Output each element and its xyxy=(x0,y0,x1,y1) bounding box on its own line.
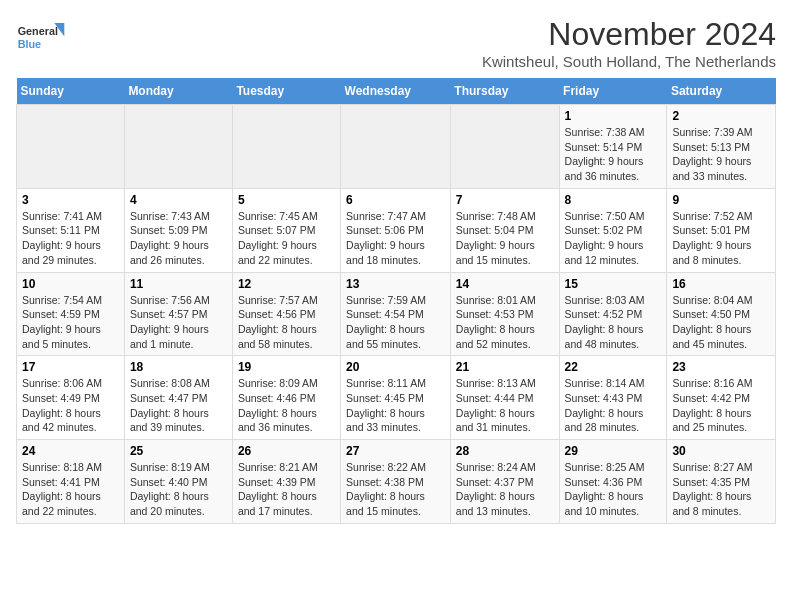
day-info: Sunrise: 7:43 AM Sunset: 5:09 PM Dayligh… xyxy=(130,209,227,268)
calendar-cell: 28Sunrise: 8:24 AM Sunset: 4:37 PM Dayli… xyxy=(450,440,559,524)
calendar-cell: 22Sunrise: 8:14 AM Sunset: 4:43 PM Dayli… xyxy=(559,356,667,440)
calendar-cell: 4Sunrise: 7:43 AM Sunset: 5:09 PM Daylig… xyxy=(124,188,232,272)
day-info: Sunrise: 8:13 AM Sunset: 4:44 PM Dayligh… xyxy=(456,376,554,435)
day-info: Sunrise: 8:27 AM Sunset: 4:35 PM Dayligh… xyxy=(672,460,770,519)
day-number: 1 xyxy=(565,109,662,123)
calendar-body: 1Sunrise: 7:38 AM Sunset: 5:14 PM Daylig… xyxy=(17,105,776,524)
day-number: 16 xyxy=(672,277,770,291)
calendar-cell: 7Sunrise: 7:48 AM Sunset: 5:04 PM Daylig… xyxy=(450,188,559,272)
calendar-cell xyxy=(17,105,125,189)
calendar-cell: 11Sunrise: 7:56 AM Sunset: 4:57 PM Dayli… xyxy=(124,272,232,356)
calendar-cell: 10Sunrise: 7:54 AM Sunset: 4:59 PM Dayli… xyxy=(17,272,125,356)
day-number: 27 xyxy=(346,444,445,458)
day-number: 19 xyxy=(238,360,335,374)
calendar-cell: 12Sunrise: 7:57 AM Sunset: 4:56 PM Dayli… xyxy=(232,272,340,356)
calendar-cell xyxy=(124,105,232,189)
day-info: Sunrise: 7:59 AM Sunset: 4:54 PM Dayligh… xyxy=(346,293,445,352)
calendar-cell xyxy=(232,105,340,189)
calendar-cell xyxy=(450,105,559,189)
calendar-cell xyxy=(341,105,451,189)
day-number: 8 xyxy=(565,193,662,207)
day-number: 4 xyxy=(130,193,227,207)
day-number: 28 xyxy=(456,444,554,458)
day-number: 15 xyxy=(565,277,662,291)
day-info: Sunrise: 7:56 AM Sunset: 4:57 PM Dayligh… xyxy=(130,293,227,352)
day-info: Sunrise: 8:24 AM Sunset: 4:37 PM Dayligh… xyxy=(456,460,554,519)
day-number: 17 xyxy=(22,360,119,374)
calendar-cell: 19Sunrise: 8:09 AM Sunset: 4:46 PM Dayli… xyxy=(232,356,340,440)
day-info: Sunrise: 8:06 AM Sunset: 4:49 PM Dayligh… xyxy=(22,376,119,435)
calendar-cell: 25Sunrise: 8:19 AM Sunset: 4:40 PM Dayli… xyxy=(124,440,232,524)
col-friday: Friday xyxy=(559,78,667,105)
day-number: 11 xyxy=(130,277,227,291)
calendar-cell: 1Sunrise: 7:38 AM Sunset: 5:14 PM Daylig… xyxy=(559,105,667,189)
page-header: General Blue November 2024 Kwintsheul, S… xyxy=(16,16,776,70)
day-number: 5 xyxy=(238,193,335,207)
svg-text:Blue: Blue xyxy=(18,38,41,50)
calendar-week-1: 1Sunrise: 7:38 AM Sunset: 5:14 PM Daylig… xyxy=(17,105,776,189)
svg-text:General: General xyxy=(18,25,58,37)
day-number: 29 xyxy=(565,444,662,458)
day-info: Sunrise: 8:16 AM Sunset: 4:42 PM Dayligh… xyxy=(672,376,770,435)
calendar-cell: 14Sunrise: 8:01 AM Sunset: 4:53 PM Dayli… xyxy=(450,272,559,356)
day-info: Sunrise: 8:04 AM Sunset: 4:50 PM Dayligh… xyxy=(672,293,770,352)
calendar-cell: 8Sunrise: 7:50 AM Sunset: 5:02 PM Daylig… xyxy=(559,188,667,272)
day-number: 26 xyxy=(238,444,335,458)
calendar-cell: 5Sunrise: 7:45 AM Sunset: 5:07 PM Daylig… xyxy=(232,188,340,272)
calendar-table: Sunday Monday Tuesday Wednesday Thursday… xyxy=(16,78,776,524)
col-saturday: Saturday xyxy=(667,78,776,105)
day-info: Sunrise: 8:22 AM Sunset: 4:38 PM Dayligh… xyxy=(346,460,445,519)
logo-svg: General Blue xyxy=(16,16,66,61)
calendar-cell: 17Sunrise: 8:06 AM Sunset: 4:49 PM Dayli… xyxy=(17,356,125,440)
calendar-cell: 3Sunrise: 7:41 AM Sunset: 5:11 PM Daylig… xyxy=(17,188,125,272)
day-info: Sunrise: 7:39 AM Sunset: 5:13 PM Dayligh… xyxy=(672,125,770,184)
calendar-cell: 15Sunrise: 8:03 AM Sunset: 4:52 PM Dayli… xyxy=(559,272,667,356)
day-info: Sunrise: 8:25 AM Sunset: 4:36 PM Dayligh… xyxy=(565,460,662,519)
calendar-cell: 13Sunrise: 7:59 AM Sunset: 4:54 PM Dayli… xyxy=(341,272,451,356)
calendar-cell: 24Sunrise: 8:18 AM Sunset: 4:41 PM Dayli… xyxy=(17,440,125,524)
day-number: 12 xyxy=(238,277,335,291)
day-number: 18 xyxy=(130,360,227,374)
calendar-cell: 6Sunrise: 7:47 AM Sunset: 5:06 PM Daylig… xyxy=(341,188,451,272)
day-info: Sunrise: 7:52 AM Sunset: 5:01 PM Dayligh… xyxy=(672,209,770,268)
day-info: Sunrise: 8:11 AM Sunset: 4:45 PM Dayligh… xyxy=(346,376,445,435)
day-number: 14 xyxy=(456,277,554,291)
calendar-cell: 16Sunrise: 8:04 AM Sunset: 4:50 PM Dayli… xyxy=(667,272,776,356)
calendar-week-5: 24Sunrise: 8:18 AM Sunset: 4:41 PM Dayli… xyxy=(17,440,776,524)
day-number: 6 xyxy=(346,193,445,207)
day-number: 22 xyxy=(565,360,662,374)
month-title: November 2024 xyxy=(482,16,776,53)
day-number: 2 xyxy=(672,109,770,123)
day-info: Sunrise: 7:50 AM Sunset: 5:02 PM Dayligh… xyxy=(565,209,662,268)
day-number: 23 xyxy=(672,360,770,374)
day-info: Sunrise: 8:09 AM Sunset: 4:46 PM Dayligh… xyxy=(238,376,335,435)
location: Kwintsheul, South Holland, The Netherlan… xyxy=(482,53,776,70)
calendar-cell: 2Sunrise: 7:39 AM Sunset: 5:13 PM Daylig… xyxy=(667,105,776,189)
header-row: Sunday Monday Tuesday Wednesday Thursday… xyxy=(17,78,776,105)
day-info: Sunrise: 7:48 AM Sunset: 5:04 PM Dayligh… xyxy=(456,209,554,268)
day-info: Sunrise: 8:03 AM Sunset: 4:52 PM Dayligh… xyxy=(565,293,662,352)
day-number: 30 xyxy=(672,444,770,458)
day-info: Sunrise: 8:21 AM Sunset: 4:39 PM Dayligh… xyxy=(238,460,335,519)
day-info: Sunrise: 7:57 AM Sunset: 4:56 PM Dayligh… xyxy=(238,293,335,352)
calendar-header: Sunday Monday Tuesday Wednesday Thursday… xyxy=(17,78,776,105)
col-tuesday: Tuesday xyxy=(232,78,340,105)
day-info: Sunrise: 7:47 AM Sunset: 5:06 PM Dayligh… xyxy=(346,209,445,268)
day-number: 20 xyxy=(346,360,445,374)
calendar-cell: 27Sunrise: 8:22 AM Sunset: 4:38 PM Dayli… xyxy=(341,440,451,524)
calendar-cell: 29Sunrise: 8:25 AM Sunset: 4:36 PM Dayli… xyxy=(559,440,667,524)
calendar-cell: 20Sunrise: 8:11 AM Sunset: 4:45 PM Dayli… xyxy=(341,356,451,440)
day-info: Sunrise: 8:19 AM Sunset: 4:40 PM Dayligh… xyxy=(130,460,227,519)
title-block: November 2024 Kwintsheul, South Holland,… xyxy=(482,16,776,70)
day-info: Sunrise: 7:54 AM Sunset: 4:59 PM Dayligh… xyxy=(22,293,119,352)
day-info: Sunrise: 8:18 AM Sunset: 4:41 PM Dayligh… xyxy=(22,460,119,519)
day-info: Sunrise: 8:01 AM Sunset: 4:53 PM Dayligh… xyxy=(456,293,554,352)
day-info: Sunrise: 7:41 AM Sunset: 5:11 PM Dayligh… xyxy=(22,209,119,268)
calendar-week-2: 3Sunrise: 7:41 AM Sunset: 5:11 PM Daylig… xyxy=(17,188,776,272)
calendar-cell: 26Sunrise: 8:21 AM Sunset: 4:39 PM Dayli… xyxy=(232,440,340,524)
col-wednesday: Wednesday xyxy=(341,78,451,105)
day-info: Sunrise: 8:08 AM Sunset: 4:47 PM Dayligh… xyxy=(130,376,227,435)
day-info: Sunrise: 7:38 AM Sunset: 5:14 PM Dayligh… xyxy=(565,125,662,184)
logo: General Blue xyxy=(16,16,66,61)
day-number: 3 xyxy=(22,193,119,207)
